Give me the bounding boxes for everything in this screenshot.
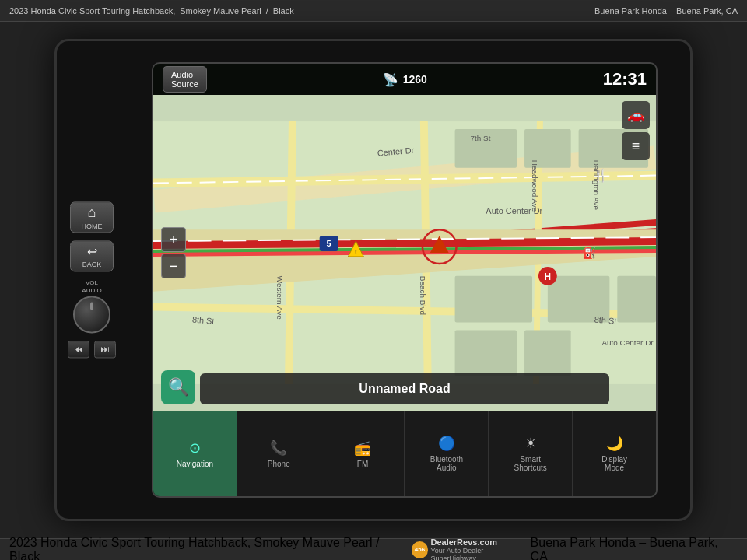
display-tab-icon: 🌙 <box>606 435 623 452</box>
phone-tab-icon: 📞 <box>270 439 287 457</box>
bluetooth-tab-label: BluetoothAudio <box>430 455 463 472</box>
map-area: Center Dr 8th St 8th St Western Ave Beac… <box>153 95 656 411</box>
screen-top-bar: AudioSource 📡 1260 12:31 <box>153 64 656 95</box>
current-road-display: Unnamed Road <box>200 373 609 404</box>
map-zoom-controls: + − <box>161 227 186 278</box>
color-sep-bottom: / <box>376 536 379 549</box>
dealer-info-bottom: Buena Park Honda – Buena Park, CA <box>531 536 738 561</box>
color-name-bottom: Smokey Mauve Pearl <box>254 536 373 549</box>
shortcuts-tab-label: SmartShortcuts <box>514 455 547 472</box>
tab-fm[interactable]: 📻 FM <box>321 411 405 496</box>
svg-rect-21 <box>617 276 656 323</box>
map-menu-icon[interactable]: ≡ <box>622 132 650 160</box>
media-controls: ⏮ ⏭ <box>68 341 116 359</box>
vol-label: VOLAUDIO <box>82 279 101 294</box>
bottom-bar-title: 2023 Honda Civic Sport Touring Hatchback… <box>9 536 412 561</box>
svg-text:⛽: ⛽ <box>583 247 597 260</box>
nav-tab-label: Navigation <box>177 460 213 468</box>
back-icon: ↩ <box>87 244 97 259</box>
radio-info: 📡 1260 <box>383 72 427 87</box>
svg-text:Headwood Ave: Headwood Ave <box>531 160 539 212</box>
svg-rect-19 <box>455 276 532 323</box>
home-label: HOME <box>82 222 103 230</box>
svg-text:5: 5 <box>327 239 331 248</box>
svg-rect-23 <box>524 330 571 376</box>
volume-knob[interactable] <box>73 296 110 334</box>
tab-smart-shortcuts[interactable]: ☀ SmartShortcuts <box>489 411 573 496</box>
back-label: BACK <box>82 261 102 268</box>
car-title-bottom: 2023 Honda Civic Sport Touring Hatchback… <box>9 536 251 549</box>
logo-site: DealerRevs.com <box>430 537 530 547</box>
dealer-logo-circle: 456 <box>412 541 429 558</box>
home-icon: ⌂ <box>88 205 96 221</box>
svg-text:!: ! <box>355 247 357 256</box>
color-sep-top: / <box>266 6 268 16</box>
prev-track-button[interactable]: ⏮ <box>68 341 89 359</box>
zoom-out-button[interactable]: − <box>161 254 186 278</box>
logo-numbers: 456 <box>415 546 425 553</box>
svg-text:Beach Blvd: Beach Blvd <box>419 276 427 315</box>
svg-text:8th St: 8th St <box>594 314 616 325</box>
color-name-top: Smokey Mauve Pearl <box>180 6 261 16</box>
color-interior-bottom: Black <box>9 550 40 561</box>
home-button[interactable]: ⌂ HOME <box>70 201 114 233</box>
fm-tab-icon: 📻 <box>354 439 371 457</box>
infotainment-unit: ⌂ HOME ↩ BACK VOLAUDIO ⏮ ⏭ AudioSource <box>54 39 693 521</box>
car-icon: 🚗 <box>627 107 644 124</box>
radio-frequency: 1260 <box>403 73 427 86</box>
fm-tab-label: FM <box>357 460 368 468</box>
map-car-icon[interactable]: 🚗 <box>622 101 650 129</box>
dealer-logo: 456 DealerRevs.com Your Auto Dealer Supe… <box>412 537 531 561</box>
svg-text:7th St: 7th St <box>470 134 490 142</box>
nav-tabs: ⊙ Navigation 📞 Phone 📻 FM 🔵 BluetoothAud… <box>153 411 656 496</box>
nav-tab-icon: ⊙ <box>189 439 201 457</box>
shortcuts-tab-icon: ☀ <box>524 435 537 452</box>
svg-text:Auto Center Dr: Auto Center Dr <box>601 338 654 347</box>
dealer-info-top: Buena Park Honda – Buena Park, CA <box>594 6 738 16</box>
logo-tagline: Your Auto Dealer SuperHighway <box>430 547 530 561</box>
map-icons-right: 🚗 ≡ <box>622 101 650 160</box>
bluetooth-tab-icon: 🔵 <box>438 435 455 452</box>
phone-tab-label: Phone <box>268 460 290 468</box>
back-button[interactable]: ↩ BACK <box>70 240 114 271</box>
color-interior-top: Black <box>273 6 294 16</box>
svg-text:🍴: 🍴 <box>593 168 608 183</box>
road-name-text: Unnamed Road <box>359 382 450 396</box>
menu-icon: ≡ <box>632 138 640 155</box>
svg-text:Western Ave: Western Ave <box>275 276 284 320</box>
svg-text:Auto Center Dr: Auto Center Dr <box>486 206 542 215</box>
tab-display-mode[interactable]: 🌙 DisplayMode <box>573 411 656 496</box>
volume-control: VOLAUDIO <box>73 279 110 333</box>
top-bar: 2023 Honda Civic Sport Touring Hatchback… <box>0 0 747 22</box>
top-bar-title: 2023 Honda Civic Sport Touring Hatchback… <box>9 6 294 16</box>
svg-line-12 <box>153 241 656 245</box>
radio-icon: 📡 <box>383 72 398 87</box>
left-controls: ⌂ HOME ↩ BACK VOLAUDIO ⏮ ⏭ <box>68 201 116 358</box>
tab-phone[interactable]: 📞 Phone <box>237 411 321 496</box>
svg-text:Darlington Ave: Darlington Ave <box>592 160 601 211</box>
svg-text:8th St: 8th St <box>192 314 215 325</box>
map-search-button[interactable]: 🔍 <box>161 370 195 404</box>
svg-text:H: H <box>545 271 552 282</box>
svg-rect-22 <box>455 330 517 376</box>
infotainment-screen: AudioSource 📡 1260 12:31 <box>152 62 658 498</box>
tab-bluetooth[interactable]: 🔵 BluetoothAudio <box>405 411 489 496</box>
search-icon: 🔍 <box>168 377 189 397</box>
clock-display: 12:31 <box>603 69 647 89</box>
map-svg: Center Dr 8th St 8th St Western Ave Beac… <box>153 95 656 411</box>
zoom-in-button[interactable]: + <box>161 227 186 252</box>
car-title-top: 2023 Honda Civic Sport Touring Hatchback… <box>9 6 175 16</box>
audio-source-button[interactable]: AudioSource <box>163 66 207 93</box>
tab-navigation[interactable]: ⊙ Navigation <box>153 411 237 496</box>
next-track-button[interactable]: ⏭ <box>94 341 116 359</box>
main-content: ⌂ HOME ↩ BACK VOLAUDIO ⏮ ⏭ AudioSource <box>0 22 747 538</box>
display-tab-label: DisplayMode <box>601 455 627 472</box>
audio-source-label: AudioSource <box>171 70 198 89</box>
bottom-bar: 2023 Honda Civic Sport Touring Hatchback… <box>0 538 747 560</box>
